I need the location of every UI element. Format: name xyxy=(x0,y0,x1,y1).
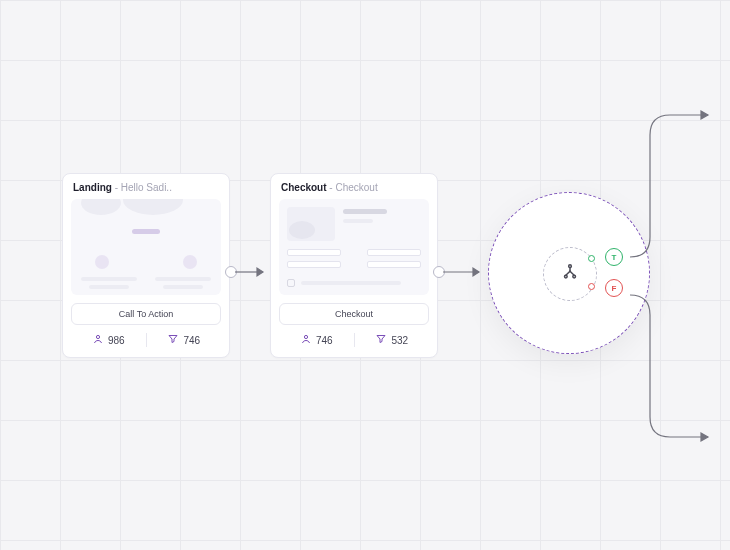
stat-users: 986 xyxy=(71,333,146,347)
svg-point-1 xyxy=(304,335,307,338)
connector-checkout-to-split xyxy=(443,266,487,278)
split-true-badge[interactable]: T xyxy=(605,248,623,266)
svg-point-3 xyxy=(565,275,568,278)
split-false-label: F xyxy=(612,284,617,293)
card-action-button[interactable]: Checkout xyxy=(279,303,429,325)
card-title: Landing - Hello Sadi.. xyxy=(71,182,221,199)
card-action-label: Checkout xyxy=(335,309,373,319)
split-true-label: T xyxy=(612,253,617,262)
card-checkout[interactable]: Checkout - Checkout Checkout 746 xyxy=(270,173,438,358)
card-landing[interactable]: Landing - Hello Sadi.. Call To Action 98… xyxy=(62,173,230,358)
split-false-badge[interactable]: F xyxy=(605,279,623,297)
stat-converted-value: 746 xyxy=(183,335,200,346)
connector-split-true xyxy=(630,105,720,265)
branch-icon xyxy=(560,262,580,286)
stat-users: 746 xyxy=(279,333,354,347)
card-title-sep: - xyxy=(112,182,121,193)
card-stats: 746 532 xyxy=(279,333,429,347)
split-node[interactable]: T F xyxy=(488,192,650,354)
card-title-strong: Landing xyxy=(73,182,112,193)
card-action-button[interactable]: Call To Action xyxy=(71,303,221,325)
page-preview xyxy=(279,199,429,295)
stat-users-value: 746 xyxy=(316,335,333,346)
funnel-icon xyxy=(375,333,387,347)
card-title-sub: Hello Sadi.. xyxy=(121,182,172,193)
stat-converted-value: 532 xyxy=(391,335,408,346)
page-preview xyxy=(71,199,221,295)
connector-landing-to-checkout xyxy=(235,266,271,278)
card-title: Checkout - Checkout xyxy=(279,182,429,199)
stat-users-value: 986 xyxy=(108,335,125,346)
split-true-dot xyxy=(588,255,595,262)
card-stats: 986 746 xyxy=(71,333,221,347)
user-icon xyxy=(300,333,312,347)
svg-point-0 xyxy=(96,335,99,338)
card-title-strong: Checkout xyxy=(281,182,327,193)
card-action-label: Call To Action xyxy=(119,309,173,319)
stat-converted: 532 xyxy=(355,333,430,347)
split-false-dot xyxy=(588,283,595,290)
stat-converted: 746 xyxy=(147,333,222,347)
funnel-icon xyxy=(167,333,179,347)
user-icon xyxy=(92,333,104,347)
svg-point-4 xyxy=(573,275,576,278)
card-title-sub: Checkout xyxy=(335,182,377,193)
connector-split-false xyxy=(630,287,720,447)
